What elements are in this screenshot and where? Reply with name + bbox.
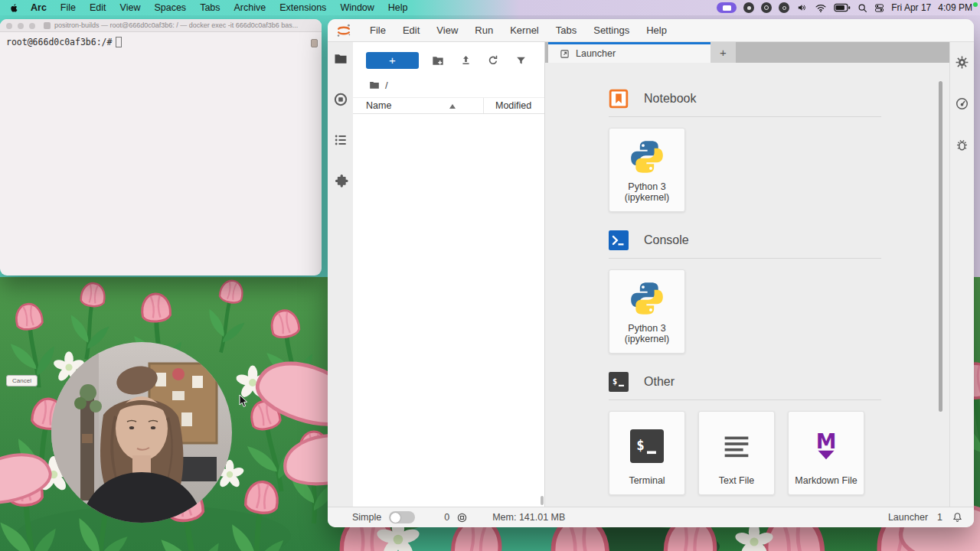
jl-menu-edit[interactable]: Edit [394, 19, 428, 42]
minimize-window-button[interactable] [18, 23, 24, 29]
launcher-tab-label: Launcher [576, 48, 616, 59]
jl-menu-help[interactable]: Help [638, 19, 675, 42]
terminal-content[interactable]: root@666d0c0af3b6:/# [0, 32, 322, 52]
main-dock-panel: Launcher + Notebook [545, 42, 949, 507]
jl-menu-settings[interactable]: Settings [585, 19, 638, 42]
table-of-contents-icon[interactable] [333, 132, 348, 148]
upload-icon[interactable] [459, 54, 472, 67]
menu-window[interactable]: Window [333, 0, 381, 15]
column-modified[interactable]: Modified [495, 100, 531, 111]
filter-icon[interactable] [514, 55, 527, 67]
folder-icon[interactable] [369, 80, 380, 90]
simple-mode-toggle[interactable] [389, 511, 415, 523]
status-green-dot [973, 2, 978, 7]
bell-icon[interactable] [952, 511, 963, 523]
console-icon [609, 230, 629, 250]
text-file-card[interactable]: Text File [698, 411, 775, 495]
jupyterlab-window: File Edit View Run Kernel Tabs Settings … [328, 19, 974, 527]
menu-bar-time[interactable]: 4:09 PM [938, 2, 972, 13]
menubar-app-icon[interactable] [743, 2, 754, 13]
section-notebook-header: Notebook [609, 89, 949, 109]
launcher-panel: Notebook Python 3(ipykernel) [545, 63, 949, 507]
menu-bar-date[interactable]: Fri Apr 17 [891, 2, 931, 13]
console-python3-card[interactable]: Python 3(ipykernel) [609, 269, 685, 354]
jl-menu-view[interactable]: View [428, 19, 466, 42]
python-logo-icon [628, 129, 666, 181]
webcam-video [51, 342, 232, 523]
column-name[interactable]: Name [353, 100, 391, 111]
section-console-title: Console [644, 233, 689, 247]
menu-edit[interactable]: Edit [83, 0, 113, 15]
terminal-window-title: positron-builds — root@666d0c0af3b6: / —… [54, 19, 312, 32]
file-list-header: Name Modified [353, 97, 544, 114]
menu-arc[interactable]: Arc [24, 0, 54, 15]
menubar-camera-icon[interactable] [779, 2, 789, 13]
menubar-record-icon[interactable] [761, 2, 772, 13]
menu-view[interactable]: View [113, 0, 148, 15]
volume-icon[interactable] [796, 2, 808, 13]
simple-mode-label: Simple [352, 512, 381, 523]
menu-extensions[interactable]: Extensions [273, 0, 333, 15]
new-launcher-button[interactable]: + [366, 52, 419, 69]
menu-archive[interactable]: Archive [227, 0, 273, 15]
menu-help[interactable]: Help [381, 0, 415, 15]
spotlight-search-icon[interactable] [858, 3, 867, 13]
text-file-icon [719, 412, 754, 475]
tab-launcher[interactable]: Launcher [548, 42, 710, 63]
section-divider [609, 399, 881, 400]
breadcrumb: / [353, 78, 544, 92]
file-browser-scrollbar[interactable] [541, 496, 544, 505]
gauge-icon[interactable] [955, 96, 970, 111]
terminal-section-icon: $ [609, 372, 629, 392]
apple-icon[interactable] [8, 2, 24, 14]
jupyter-logo-icon [335, 22, 352, 39]
terminal-cursor [116, 37, 122, 47]
running-kernels-icon[interactable] [333, 92, 348, 107]
memory-usage: Mem: 141.01 MB [492, 512, 565, 523]
notebook-python3-card[interactable]: Python 3(ipykernel) [609, 128, 685, 212]
menu-file[interactable]: File [54, 0, 83, 15]
refresh-icon[interactable] [487, 54, 499, 67]
file-list-empty[interactable] [353, 114, 544, 474]
status-bar: Simple 0 Mem: 141.01 MB Launcher 1 [328, 507, 974, 527]
zoom-window-button[interactable] [29, 23, 35, 29]
close-window-button[interactable] [6, 23, 12, 29]
jl-menu-tabs[interactable]: Tabs [547, 19, 585, 42]
launcher-scrollbar[interactable] [939, 81, 942, 412]
wifi-icon[interactable] [815, 3, 827, 13]
sort-ascending-icon[interactable] [449, 104, 456, 109]
svg-text:$: $ [612, 377, 617, 386]
screen-share-indicator-icon[interactable] [717, 2, 737, 13]
debugger-bug-icon[interactable] [955, 137, 970, 152]
status-context-label[interactable]: Launcher [888, 512, 928, 523]
card-label: Python 3(ipykernel) [625, 323, 669, 346]
terminal-prompt: root@666d0c0af3b6:/# [6, 37, 112, 47]
mouse-cursor [239, 395, 249, 408]
menu-tabs[interactable]: Tabs [193, 0, 227, 15]
jl-menu-run[interactable]: Run [466, 19, 501, 42]
battery-icon[interactable] [834, 3, 851, 12]
section-other-header: $ Other [609, 372, 949, 392]
section-console-header: Console [609, 230, 949, 250]
markdown-icon: M [808, 412, 844, 475]
breadcrumb-root[interactable]: / [385, 80, 388, 91]
card-label: Text File [719, 475, 755, 487]
section-other-title: Other [644, 375, 675, 389]
menu-spaces[interactable]: Spaces [147, 0, 193, 15]
terminal-title-bar[interactable]: positron-builds — root@666d0c0af3b6: / —… [0, 19, 322, 32]
new-tab-button[interactable]: + [710, 42, 736, 63]
control-center-icon[interactable] [874, 3, 884, 13]
property-inspector-gears-icon[interactable] [955, 54, 970, 70]
file-browser-icon[interactable] [333, 51, 348, 67]
terminal-icon: $ [630, 412, 664, 475]
markdown-file-card[interactable]: M Markdown File [788, 411, 864, 495]
terminal-card[interactable]: $ Terminal [609, 411, 685, 495]
file-browser-toolbar: + [353, 51, 544, 70]
jl-menu-file[interactable]: File [361, 19, 394, 42]
new-folder-icon[interactable] [432, 55, 444, 67]
kernel-status-icon[interactable] [456, 512, 468, 523]
cancel-button[interactable]: Cancel [6, 375, 38, 386]
extension-manager-icon[interactable] [333, 173, 348, 188]
svg-text:$: $ [636, 437, 644, 452]
jl-menu-kernel[interactable]: Kernel [501, 19, 547, 42]
